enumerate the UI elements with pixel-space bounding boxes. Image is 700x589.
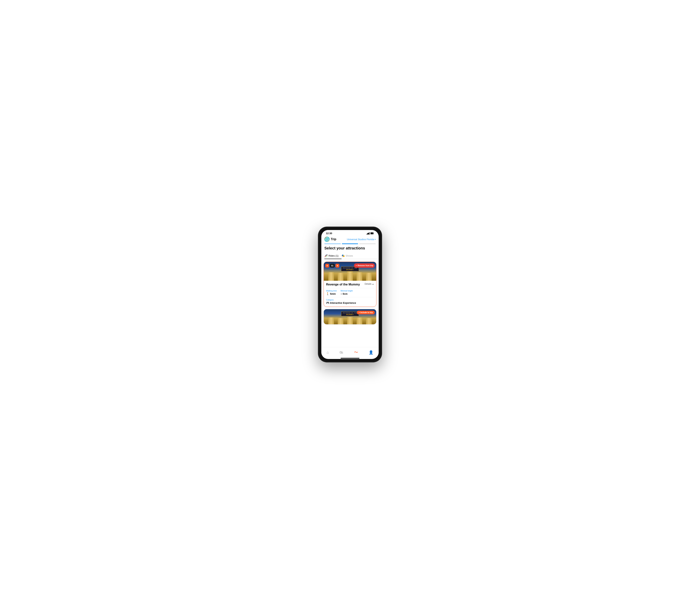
walking-icon: 🚶 bbox=[326, 292, 329, 295]
home-icon: ⌂ bbox=[327, 350, 329, 355]
min-height-value: ↕ 0cm bbox=[341, 292, 353, 295]
app-title: Trip bbox=[331, 237, 336, 241]
card-image-2: REVENGE OF THE MUMMY + Include to trip bbox=[324, 309, 376, 324]
card-number: 01 bbox=[330, 264, 335, 267]
attraction-card-mummy-2: REVENGE OF THE MUMMY + Include to trip bbox=[324, 309, 376, 325]
status-icons bbox=[367, 232, 374, 234]
column-1 bbox=[328, 272, 334, 281]
column-5 bbox=[366, 273, 372, 281]
svg-rect-2 bbox=[368, 233, 369, 234]
mummy-sign-2: REVENGE OF THE MUMMY bbox=[341, 312, 359, 316]
card-body-1: Revenge of the Mummy Details ▲ Walking t… bbox=[324, 281, 376, 307]
progress-segment-3 bbox=[359, 243, 376, 244]
min-height: 0cm bbox=[343, 292, 348, 295]
card-image-1: REVENGE OF THE MUMMY + 01 + bbox=[324, 262, 376, 281]
svg-rect-0 bbox=[367, 234, 367, 234]
shop-icon: 🛍 bbox=[339, 350, 343, 355]
tabs: 🎢 Rides (1) 🎭 Shows bbox=[321, 253, 379, 259]
tab-shows[interactable]: 🎭 Shows bbox=[342, 253, 356, 259]
category-icon: 🎮 bbox=[326, 301, 329, 304]
category-text: Interactive Experience bbox=[330, 302, 356, 304]
column-3 bbox=[347, 271, 353, 281]
nav-map[interactable]: 〜 bbox=[351, 349, 361, 356]
col2-2 bbox=[338, 318, 343, 325]
card-controls: + 01 + − Remove from trip bbox=[325, 263, 375, 268]
remove-from-trip-button[interactable]: − Remove from trip bbox=[354, 263, 375, 268]
shows-icon: 🎭 bbox=[342, 254, 345, 257]
phone-screen: 12:30 bbox=[321, 230, 379, 359]
min-height-group: Minimal height ↕ 0cm bbox=[341, 290, 353, 295]
content-area: REVENGE OF THE MUMMY + 01 + bbox=[321, 259, 379, 347]
card-title-1: Revenge of the Mummy bbox=[326, 282, 360, 286]
details-button[interactable]: Details ▲ bbox=[364, 282, 374, 285]
progress-segment-1 bbox=[324, 243, 341, 244]
profile-icon: 👤 bbox=[369, 350, 373, 355]
svg-rect-1 bbox=[367, 233, 368, 234]
plus-icon: + bbox=[359, 312, 360, 314]
tab-rides[interactable]: 🎢 Rides (1) bbox=[324, 253, 342, 259]
card-number-group: + 01 + bbox=[325, 264, 339, 267]
tab-shows-label: Shows bbox=[346, 254, 353, 257]
rides-icon: 🎢 bbox=[324, 254, 328, 257]
app-header: Trip Universal Studios Florida ▾ bbox=[321, 236, 379, 243]
increment-button[interactable]: + bbox=[336, 264, 339, 267]
card-stats: Walking time 🚶 5min Minimal height bbox=[326, 290, 374, 295]
category-label: Category bbox=[326, 299, 374, 301]
tab-rides-label: Rides (1) bbox=[329, 254, 339, 257]
card-category: Category 🎮 Interactive Experience bbox=[326, 299, 374, 304]
column-2 bbox=[338, 273, 343, 281]
card-title-row: Revenge of the Mummy Details ▲ bbox=[326, 282, 374, 286]
svg-rect-5 bbox=[371, 233, 373, 234]
app-logo bbox=[324, 237, 330, 242]
header-left: Trip bbox=[324, 237, 336, 242]
walking-time-value: 🚶 5min bbox=[326, 292, 337, 295]
phone-frame: 12:30 bbox=[318, 227, 382, 362]
details-label: Details bbox=[364, 282, 371, 285]
chevron-down-icon: ▾ bbox=[375, 238, 376, 240]
bottom-nav: ⌂ 🛍 〜 👤 bbox=[321, 347, 379, 357]
attraction-card-mummy-1: REVENGE OF THE MUMMY + 01 + bbox=[324, 262, 376, 307]
include-label: Include to trip bbox=[360, 312, 373, 314]
col2-5 bbox=[366, 318, 372, 325]
column-4 bbox=[357, 272, 362, 281]
park-name: Universal Studios Florida bbox=[347, 238, 374, 241]
home-bar bbox=[341, 358, 359, 359]
walking-time-group: Walking time 🚶 5min bbox=[326, 290, 337, 295]
walking-time-label: Walking time bbox=[326, 290, 337, 292]
progress-bar bbox=[321, 243, 379, 246]
walking-time: 5min bbox=[330, 292, 336, 295]
include-to-trip-button[interactable]: + Include to trip bbox=[357, 311, 375, 314]
nav-home[interactable]: ⌂ bbox=[324, 350, 332, 355]
svg-rect-3 bbox=[369, 232, 370, 234]
map-icon: 〜 bbox=[354, 350, 358, 355]
status-bar: 12:30 bbox=[321, 230, 379, 236]
nav-profile[interactable]: 👤 bbox=[366, 349, 376, 355]
park-selector[interactable]: Universal Studios Florida ▾ bbox=[347, 238, 376, 241]
nav-shop[interactable]: 🛍 bbox=[336, 350, 346, 355]
decrement-button[interactable]: + bbox=[325, 264, 329, 267]
min-height-label: Minimal height bbox=[341, 290, 353, 292]
category-value: 🎮 Interactive Experience bbox=[326, 301, 374, 304]
status-time: 12:30 bbox=[326, 232, 332, 235]
col2-4 bbox=[357, 318, 362, 324]
signal-icon bbox=[367, 232, 370, 234]
col2-3 bbox=[347, 317, 353, 324]
page-title: Select your attractions bbox=[321, 246, 379, 253]
battery-icon bbox=[370, 232, 374, 234]
height-icon: ↕ bbox=[341, 292, 342, 295]
progress-segment-2 bbox=[342, 243, 358, 244]
chevron-up-icon: ▲ bbox=[372, 283, 374, 285]
remove-label: Remove from trip bbox=[358, 264, 373, 266]
col2-1 bbox=[328, 318, 334, 324]
minus-icon: − bbox=[355, 264, 357, 267]
